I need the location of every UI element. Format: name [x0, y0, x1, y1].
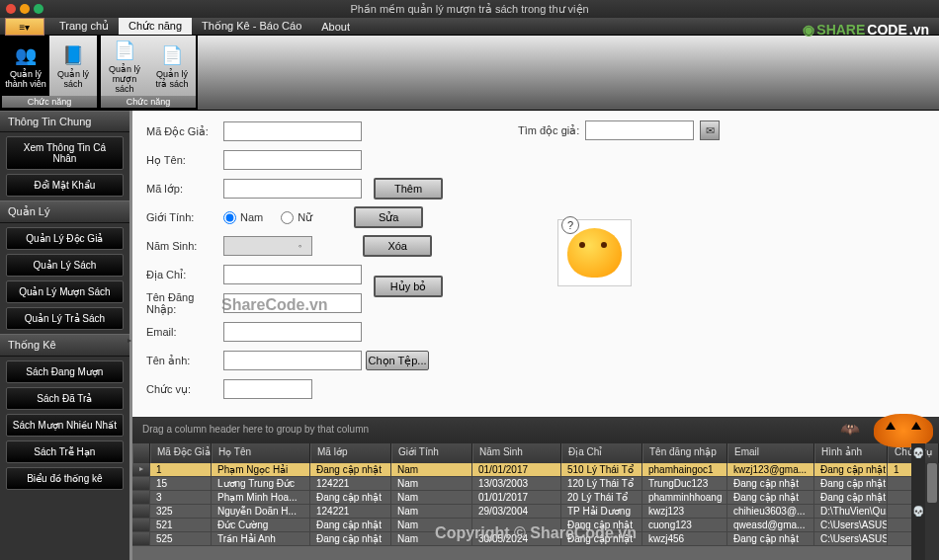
ribbon-group-label: Chức năng	[2, 96, 97, 108]
sidebar-item-1-2[interactable]: Quản Lý Mượn Sách	[6, 280, 124, 303]
menu-tab-3[interactable]: About	[311, 18, 360, 35]
input-email[interactable]	[223, 322, 362, 342]
sidebar-item-1-1[interactable]: Quản Lý Sách	[6, 254, 124, 277]
btn-huy[interactable]: Hủy bỏ	[374, 276, 443, 297]
input-ma-doc-gia[interactable]	[223, 121, 362, 141]
table-row[interactable]: ▸1Phạm Ngọc HảiĐang cập nhậtNam01/01/201…	[132, 463, 939, 477]
ribbon-item-1-1[interactable]: 📄Quản lý trả sách	[148, 36, 196, 96]
grid-col-2[interactable]: Mã lớp	[310, 443, 391, 463]
table-row[interactable]: 521Đức CườngĐang cập nhậtNamĐang cập nhậ…	[132, 519, 939, 532]
sidebar-item-2-4[interactable]: Biểu đồ thống kê	[6, 467, 124, 490]
grid-col-5[interactable]: Địa Chỉ	[561, 443, 642, 463]
lbl-email: Email:	[146, 326, 223, 338]
grid-col-6[interactable]: Tên đăng nhập	[642, 443, 727, 463]
vertical-scrollbar[interactable]	[925, 463, 939, 560]
form-area: Tìm độc giả: ✉ Mã Độc Giả: Họ Tên: Mã lớ…	[132, 111, 939, 417]
ribbon-icon: 👥	[14, 43, 38, 67]
close-icon[interactable]	[6, 4, 16, 14]
titlebar: Phần mềm quản lý mượn trả sách trong thư…	[0, 0, 939, 18]
pumpkin-icon	[874, 414, 933, 447]
menu-tab-2[interactable]: Thống Kê - Báo Cáo	[192, 18, 311, 35]
grid-col-3[interactable]: Giới Tính	[391, 443, 472, 463]
sidebar-item-2-3[interactable]: Sách Trễ Hạn	[6, 440, 124, 463]
grid-header[interactable]: Mã Độc GiảHọ TênMã lớpGiới TínhNăm SinhĐ…	[132, 443, 939, 463]
table-row[interactable]: 15Lương Trung Đức124221Nam13/03/2003120 …	[132, 477, 939, 491]
ribbon-icon: 📄	[113, 39, 136, 62]
table-row[interactable]: 325Nguyễn Doãn H...124221Nam29/03/2004TP…	[132, 505, 939, 519]
table-row[interactable]: 3Phạm Minh Hoa...Đang cập nhậtNam01/01/2…	[132, 491, 939, 505]
ribbon-icon: 📄	[160, 43, 184, 67]
menu-tab-0[interactable]: Trang chủ	[49, 18, 119, 35]
ribbon-item-0-0[interactable]: 👥Quản lý thành viên	[2, 36, 49, 96]
ribbon-item-1-0[interactable]: 📄Quản lý mượn sách	[101, 36, 148, 96]
input-ma-lop[interactable]	[223, 179, 362, 199]
question-emoji-icon	[567, 228, 622, 278]
grid-decoration: 💀💀	[911, 443, 925, 560]
lbl-gioi-tinh: Giới Tính:	[146, 211, 223, 224]
grid-col-4[interactable]: Năm Sinh	[472, 443, 561, 463]
menubar: ≡▾ Trang chủChức năngThống Kê - Báo CáoA…	[0, 18, 939, 36]
menu-tab-1[interactable]: Chức năng	[119, 18, 192, 35]
input-dia-chi[interactable]	[223, 265, 362, 284]
lbl-ten-dang-nhap: Tên Đăng Nhập:	[146, 291, 223, 316]
grid-col-0[interactable]: Mã Độc Giả	[150, 443, 212, 463]
ribbon-icon: 📘	[61, 43, 85, 67]
ribbon-item-0-1[interactable]: 📘Quản lý sách	[49, 36, 97, 96]
minimize-icon[interactable]	[20, 4, 30, 14]
grid-col-7[interactable]: Email	[727, 443, 814, 463]
grid-group-panel[interactable]: Drag a column header here to group by th…	[132, 418, 939, 443]
sidebar-head-2: Thống Kê	[0, 334, 129, 357]
input-ten-anh[interactable]	[223, 351, 362, 370]
btn-chon-tep[interactable]: Chọn Tệp...	[366, 351, 429, 370]
sidebar-item-0-1[interactable]: Đổi Mật Khẩu	[6, 174, 124, 197]
sidebar-item-2-1[interactable]: Sách Đã Trả	[6, 387, 124, 410]
lbl-ma-lop: Mã lớp:	[146, 183, 223, 196]
sidebar-item-1-0[interactable]: Quản Lý Độc Giả	[6, 227, 124, 250]
sharecode-logo: ◉SHARECODE.vn	[803, 22, 929, 38]
sidebar-item-0-0[interactable]: Xem Thông Tin Cá Nhân	[6, 136, 124, 170]
btn-them[interactable]: Thêm	[374, 178, 443, 200]
sidebar-item-2-0[interactable]: Sách Đang Mượn	[6, 360, 124, 383]
table-row[interactable]: 525Trần Hải AnhĐang cập nhậtNam30/05/202…	[132, 532, 939, 546]
avatar-preview	[557, 219, 632, 286]
lbl-ten-anh: Tên ảnh:	[146, 355, 223, 367]
input-ten-dang-nhap[interactable]	[223, 293, 362, 313]
radio-nam[interactable]: Nam	[223, 211, 263, 224]
sidebar: Thông Tin ChungXem Thông Tin Cá NhânĐổi …	[0, 111, 129, 560]
search-input[interactable]	[585, 120, 694, 140]
app-title: Phần mềm quản lý mượn trả sách trong thư…	[350, 3, 588, 16]
radio-nu[interactable]: Nữ	[281, 211, 312, 224]
btn-sua[interactable]: Sửa	[354, 206, 423, 228]
sidebar-item-1-3[interactable]: Quản Lý Trả Sách	[6, 307, 124, 330]
sidebar-head-0: Thông Tin Chung	[0, 111, 129, 132]
ribbon-group-label: Chức năng	[101, 96, 196, 108]
search-button[interactable]: ✉	[700, 120, 720, 140]
sidebar-item-2-2[interactable]: Sách Mượn Nhiều Nhất	[6, 414, 124, 437]
lbl-nam-sinh: Năm Sinh:	[146, 240, 223, 252]
btn-xoa[interactable]: Xóa	[363, 235, 432, 257]
lbl-ma-doc-gia: Mã Độc Giả:	[146, 125, 223, 138]
input-chuc-vu[interactable]	[223, 379, 312, 399]
lbl-ho-ten: Họ Tên:	[146, 154, 223, 167]
grid-col-1[interactable]: Họ Tên	[212, 443, 310, 463]
lbl-dia-chi: Địa Chỉ:	[146, 269, 223, 281]
lbl-chuc-vu: Chức vụ:	[146, 383, 223, 396]
data-grid: Drag a column header here to group by th…	[132, 417, 939, 560]
grid-col-8[interactable]: Hình ảnh	[814, 443, 888, 463]
maximize-icon[interactable]	[34, 4, 43, 14]
search-label: Tìm độc giả:	[518, 124, 579, 137]
input-ho-ten[interactable]	[223, 150, 362, 170]
app-menu-button[interactable]: ≡▾	[5, 18, 44, 36]
ribbon: 👥Quản lý thành viên📘Quản lý sáchChức năn…	[0, 36, 939, 111]
bat-icon: 🦇	[840, 420, 860, 439]
sidebar-head-1: Quản Lý	[0, 200, 129, 223]
